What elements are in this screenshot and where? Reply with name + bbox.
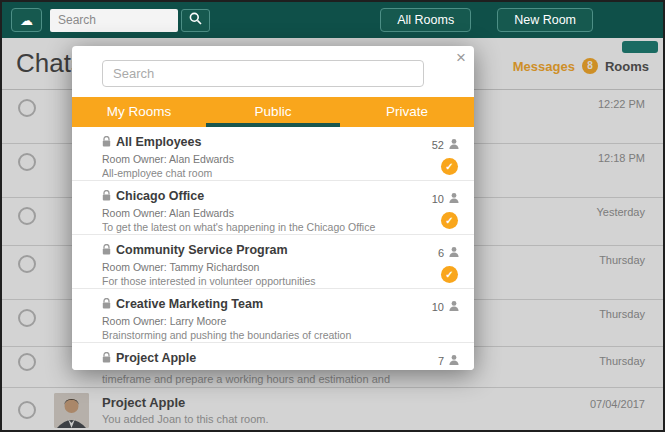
room-meta: 10: [432, 190, 460, 208]
top-search-input[interactable]: [50, 9, 178, 32]
app-window: ☁ All Rooms New Room Chats Messages 8 Ro…: [0, 0, 665, 432]
lock-icon: [102, 349, 111, 367]
modal-search-input[interactable]: [102, 60, 424, 87]
room-meta: 10: [432, 298, 460, 316]
room-list: All Employees Room Owner: Alan Edwards A…: [72, 127, 474, 370]
search-icon: [189, 12, 202, 28]
participant-count: 7: [438, 355, 444, 367]
top-search-group: [50, 9, 210, 32]
room-item-all-employees[interactable]: All Employees Room Owner: Alan Edwards A…: [72, 127, 474, 181]
room-name: Community Service Program: [116, 243, 288, 257]
tab-label: Private: [386, 104, 428, 119]
participant-count: 10: [432, 193, 444, 205]
cloud-icon: ☁: [20, 13, 33, 28]
room-item-creative-marketing-team[interactable]: Creative Marketing Team Room Owner: Larr…: [72, 289, 474, 343]
corner-accent: [622, 41, 658, 53]
tab-public[interactable]: Public: [206, 97, 340, 127]
joined-check-badge: ✓: [441, 158, 458, 175]
cloud-button[interactable]: ☁: [11, 8, 42, 32]
room-name-row: Project Apple: [102, 349, 414, 367]
person-icon: [448, 136, 460, 154]
lock-icon: [102, 295, 111, 313]
person-icon: [448, 298, 460, 316]
room-owner: Room Owner: David Fields: [102, 369, 414, 370]
participant-count: 52: [432, 139, 444, 151]
tab-private[interactable]: Private: [340, 97, 474, 127]
room-description: All-employee chat room: [102, 167, 414, 179]
room-name: Creative Marketing Team: [116, 297, 263, 311]
room-name-row: Chicago Office: [102, 187, 414, 205]
lock-icon: [102, 187, 111, 205]
room-owner: Room Owner: Alan Edwards: [102, 207, 414, 219]
room-owner: Room Owner: Alan Edwards: [102, 153, 414, 165]
participant-count: 10: [432, 301, 444, 313]
lock-icon: [102, 241, 111, 259]
person-icon: [448, 190, 460, 208]
tab-my-rooms[interactable]: My Rooms: [72, 97, 206, 127]
room-name: Project Apple: [116, 351, 196, 365]
person-icon: [448, 352, 460, 370]
room-item-chicago-office[interactable]: Chicago Office Room Owner: Alan Edwards …: [72, 181, 474, 235]
lock-icon: [102, 133, 111, 151]
room-description: For those interested in volunteer opport…: [102, 275, 414, 287]
room-description: Brainstorming and pushing the boundaries…: [102, 329, 414, 341]
room-meta: 52: [432, 136, 460, 154]
room-item-community-service-program[interactable]: Community Service Program Room Owner: Ta…: [72, 235, 474, 289]
browse-rooms-modal: × My Rooms Public Private All Employees …: [72, 46, 474, 370]
room-name: Chicago Office: [116, 189, 204, 203]
room-owner: Room Owner: Larry Moore: [102, 315, 414, 327]
person-icon: [448, 244, 460, 262]
room-meta: 6: [438, 244, 460, 262]
joined-check-badge: ✓: [441, 212, 458, 229]
room-name-row: Community Service Program: [102, 241, 414, 259]
top-bar: ☁ All Rooms New Room: [2, 2, 663, 38]
room-meta: 7: [438, 352, 460, 370]
room-name: All Employees: [116, 135, 201, 149]
close-icon[interactable]: ×: [456, 49, 466, 66]
room-item-project-apple[interactable]: Project Apple Room Owner: David Fields 7…: [72, 343, 474, 370]
tab-label: Public: [255, 104, 292, 119]
room-name-row: All Employees: [102, 133, 414, 151]
tab-label: My Rooms: [107, 104, 172, 119]
all-rooms-button[interactable]: All Rooms: [380, 8, 471, 32]
room-description: To get the latest on what's happening in…: [102, 221, 414, 233]
room-owner: Room Owner: Tammy Richardson: [102, 261, 414, 273]
top-search-button[interactable]: [181, 9, 210, 32]
joined-check-badge: ✓: [441, 266, 458, 283]
room-name-row: Creative Marketing Team: [102, 295, 414, 313]
participant-count: 6: [438, 247, 444, 259]
modal-tabbar: My Rooms Public Private: [72, 97, 474, 127]
top-actions: All Rooms New Room: [380, 8, 593, 32]
new-room-button[interactable]: New Room: [497, 8, 593, 32]
